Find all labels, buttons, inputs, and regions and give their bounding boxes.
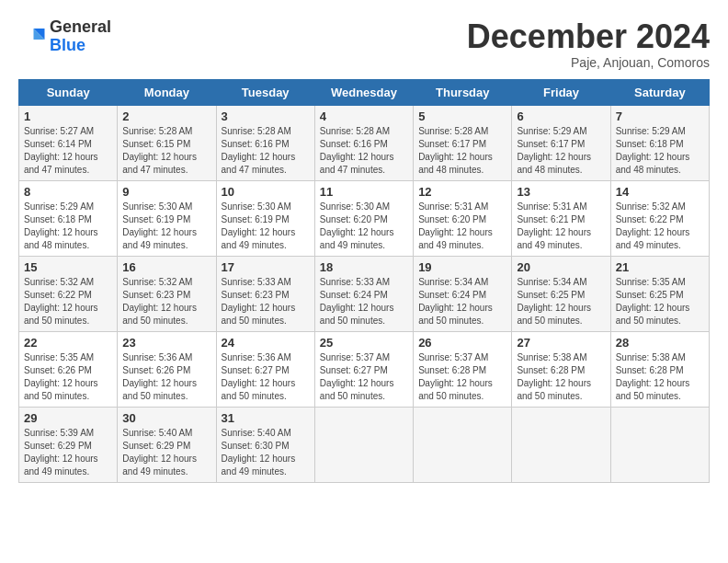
sunrise-label: Sunrise: 5:34 AM <box>517 277 586 287</box>
calendar-cell: 16 Sunrise: 5:32 AM Sunset: 6:23 PM Dayl… <box>118 256 216 331</box>
daylight-label: Daylight: 12 hours <box>320 378 394 388</box>
day-info: Sunrise: 5:28 AM Sunset: 6:16 PM Dayligh… <box>320 125 408 177</box>
sunset-label: Sunset: 6:22 PM <box>24 290 92 300</box>
weekday-header-saturday: Saturday <box>610 79 709 105</box>
weekday-header-friday: Friday <box>512 79 610 105</box>
day-number: 5 <box>418 109 506 123</box>
daylight-label: Daylight: 12 hours <box>517 303 591 313</box>
sunrise-label: Sunrise: 5:37 AM <box>418 352 488 362</box>
weekday-header-wednesday: Wednesday <box>314 79 413 105</box>
sunset-label: Sunset: 6:22 PM <box>616 214 684 224</box>
daylight-label: Daylight: 12 hours <box>122 378 197 388</box>
day-info: Sunrise: 5:32 AM Sunset: 6:22 PM Dayligh… <box>616 201 704 252</box>
day-info: Sunrise: 5:30 AM Sunset: 6:20 PM Dayligh… <box>320 201 408 252</box>
sunrise-label: Sunrise: 5:37 AM <box>320 352 390 362</box>
calendar-cell <box>414 407 512 482</box>
sunrise-label: Sunrise: 5:32 AM <box>616 201 686 212</box>
day-info: Sunrise: 5:30 AM Sunset: 6:19 PM Dayligh… <box>122 201 210 252</box>
day-info: Sunrise: 5:38 AM Sunset: 6:28 PM Dayligh… <box>616 351 704 403</box>
daylight-label: Daylight: 12 hours <box>24 378 98 388</box>
daylight-label: Daylight: 12 hours <box>418 227 493 237</box>
daylight-label: Daylight: 12 hours <box>320 152 394 162</box>
calendar-cell: 27 Sunrise: 5:38 AM Sunset: 6:28 PM Dayl… <box>512 331 610 407</box>
calendar-cell: 25 Sunrise: 5:37 AM Sunset: 6:27 PM Dayl… <box>314 331 413 407</box>
daylight-minutes: and 47 minutes. <box>320 165 385 175</box>
sunset-label: Sunset: 6:23 PM <box>122 290 190 300</box>
sunrise-label: Sunrise: 5:28 AM <box>122 126 192 136</box>
calendar-cell <box>610 407 709 482</box>
day-info: Sunrise: 5:32 AM Sunset: 6:23 PM Dayligh… <box>122 276 210 327</box>
daylight-label: Daylight: 12 hours <box>24 303 98 313</box>
calendar-cell: 13 Sunrise: 5:31 AM Sunset: 6:21 PM Dayl… <box>512 180 610 256</box>
sunset-label: Sunset: 6:20 PM <box>418 214 486 224</box>
day-number: 11 <box>320 185 408 199</box>
day-number: 14 <box>616 185 704 199</box>
week-row-2: 8 Sunrise: 5:29 AM Sunset: 6:18 PM Dayli… <box>19 180 710 256</box>
sunrise-label: Sunrise: 5:36 AM <box>122 352 192 362</box>
week-row-4: 22 Sunrise: 5:35 AM Sunset: 6:26 PM Dayl… <box>19 331 710 407</box>
day-number: 4 <box>320 109 408 123</box>
day-number: 30 <box>122 411 210 425</box>
calendar-cell: 21 Sunrise: 5:35 AM Sunset: 6:25 PM Dayl… <box>610 256 709 331</box>
daylight-minutes: and 50 minutes. <box>24 316 89 326</box>
daylight-minutes: and 47 minutes. <box>122 165 188 175</box>
day-info: Sunrise: 5:32 AM Sunset: 6:22 PM Dayligh… <box>24 276 112 327</box>
daylight-minutes: and 48 minutes. <box>616 165 681 175</box>
daylight-label: Daylight: 12 hours <box>616 152 690 162</box>
daylight-minutes: and 50 minutes. <box>222 316 287 326</box>
sunset-label: Sunset: 6:26 PM <box>122 365 190 375</box>
sunset-label: Sunset: 6:27 PM <box>222 365 290 375</box>
calendar-cell: 24 Sunrise: 5:36 AM Sunset: 6:27 PM Dayl… <box>216 331 314 407</box>
day-info: Sunrise: 5:39 AM Sunset: 6:29 PM Dayligh… <box>24 427 112 478</box>
weekday-header-thursday: Thursday <box>414 79 512 105</box>
daylight-minutes: and 49 minutes. <box>222 466 287 477</box>
day-number: 6 <box>517 109 605 123</box>
daylight-label: Daylight: 12 hours <box>222 454 296 464</box>
sunset-label: Sunset: 6:28 PM <box>418 365 486 375</box>
day-info: Sunrise: 5:34 AM Sunset: 6:25 PM Dayligh… <box>517 276 605 327</box>
day-info: Sunrise: 5:35 AM Sunset: 6:26 PM Dayligh… <box>24 351 112 403</box>
sunrise-label: Sunrise: 5:35 AM <box>616 277 686 287</box>
daylight-minutes: and 49 minutes. <box>122 466 188 477</box>
sunset-label: Sunset: 6:18 PM <box>616 139 684 149</box>
calendar-cell: 29 Sunrise: 5:39 AM Sunset: 6:29 PM Dayl… <box>19 407 118 482</box>
calendar-cell: 6 Sunrise: 5:29 AM Sunset: 6:17 PM Dayli… <box>512 105 610 180</box>
sunset-label: Sunset: 6:28 PM <box>517 365 585 375</box>
day-number: 12 <box>418 185 506 199</box>
daylight-label: Daylight: 12 hours <box>24 227 98 237</box>
sunset-label: Sunset: 6:29 PM <box>24 441 92 451</box>
daylight-minutes: and 50 minutes. <box>517 391 582 401</box>
logo-icon <box>18 23 46 51</box>
calendar-body: 1 Sunrise: 5:27 AM Sunset: 6:14 PM Dayli… <box>19 105 710 482</box>
calendar-cell: 22 Sunrise: 5:35 AM Sunset: 6:26 PM Dayl… <box>19 331 118 407</box>
sunset-label: Sunset: 6:20 PM <box>320 214 388 224</box>
day-number: 25 <box>320 336 408 350</box>
daylight-label: Daylight: 12 hours <box>418 378 493 388</box>
week-row-3: 15 Sunrise: 5:32 AM Sunset: 6:22 PM Dayl… <box>19 256 710 331</box>
day-info: Sunrise: 5:28 AM Sunset: 6:15 PM Dayligh… <box>122 125 210 177</box>
calendar-cell <box>512 407 610 482</box>
day-number: 28 <box>616 336 704 350</box>
day-number: 15 <box>24 260 112 274</box>
month-title: December 2024 <box>467 18 710 55</box>
calendar-cell: 11 Sunrise: 5:30 AM Sunset: 6:20 PM Dayl… <box>314 180 413 256</box>
sunset-label: Sunset: 6:26 PM <box>24 365 92 375</box>
calendar-cell: 7 Sunrise: 5:29 AM Sunset: 6:18 PM Dayli… <box>610 105 709 180</box>
day-number: 9 <box>122 185 210 199</box>
daylight-label: Daylight: 12 hours <box>24 454 98 464</box>
calendar-table: SundayMondayTuesdayWednesdayThursdayFrid… <box>18 79 710 483</box>
daylight-minutes: and 48 minutes. <box>517 165 582 175</box>
daylight-minutes: and 49 minutes. <box>418 240 483 250</box>
calendar-cell: 5 Sunrise: 5:28 AM Sunset: 6:17 PM Dayli… <box>414 105 512 180</box>
daylight-minutes: and 50 minutes. <box>222 391 287 401</box>
day-info: Sunrise: 5:28 AM Sunset: 6:17 PM Dayligh… <box>418 125 506 177</box>
day-info: Sunrise: 5:27 AM Sunset: 6:14 PM Dayligh… <box>24 125 112 177</box>
daylight-minutes: and 50 minutes. <box>418 316 483 326</box>
daylight-label: Daylight: 12 hours <box>222 152 296 162</box>
daylight-label: Daylight: 12 hours <box>222 227 296 237</box>
daylight-minutes: and 47 minutes. <box>222 165 287 175</box>
calendar-cell: 26 Sunrise: 5:37 AM Sunset: 6:28 PM Dayl… <box>414 331 512 407</box>
sunrise-label: Sunrise: 5:30 AM <box>122 201 192 212</box>
daylight-minutes: and 48 minutes. <box>24 240 89 250</box>
daylight-minutes: and 49 minutes. <box>616 240 681 250</box>
